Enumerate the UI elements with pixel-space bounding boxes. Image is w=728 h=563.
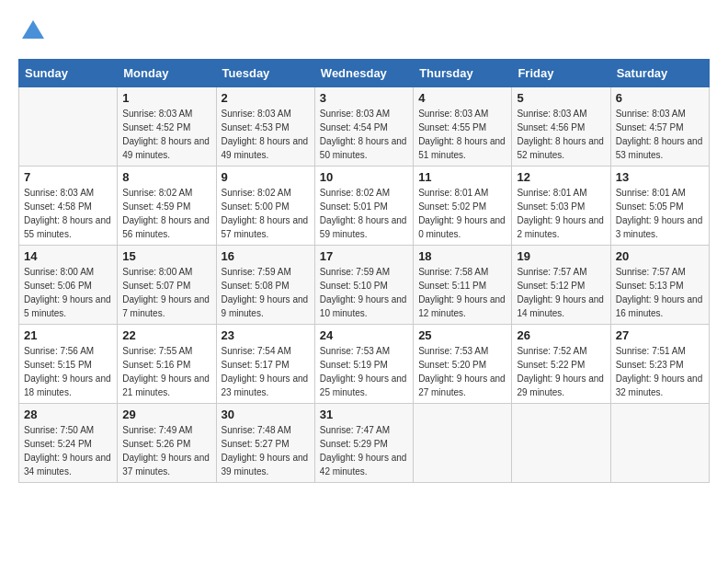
day-number: 12: [517, 170, 605, 184]
day-number: 10: [320, 170, 408, 184]
day-cell: 27Sunrise: 7:51 AMSunset: 5:23 PMDayligh…: [610, 325, 709, 404]
day-number: 23: [222, 328, 310, 342]
day-info: Sunrise: 8:02 AMSunset: 5:01 PMDaylight:…: [320, 186, 408, 241]
day-number: 2: [222, 91, 310, 105]
day-info: Sunrise: 8:03 AMSunset: 4:53 PMDaylight:…: [222, 107, 310, 162]
day-number: 9: [222, 170, 310, 184]
day-cell: 8Sunrise: 8:02 AMSunset: 4:59 PMDaylight…: [118, 167, 216, 246]
page-header: [18, 18, 710, 44]
day-number: 6: [616, 91, 704, 105]
day-cell: 2Sunrise: 8:03 AMSunset: 4:53 PMDaylight…: [216, 87, 314, 167]
day-info: Sunrise: 7:57 AMSunset: 5:13 PMDaylight:…: [616, 265, 704, 320]
day-number: 17: [320, 249, 408, 263]
logo-icon: [20, 18, 46, 44]
day-cell: 22Sunrise: 7:55 AMSunset: 5:16 PMDayligh…: [118, 325, 216, 404]
day-number: 27: [616, 328, 704, 342]
day-info: Sunrise: 7:51 AMSunset: 5:23 PMDaylight:…: [616, 344, 704, 399]
week-row-2: 7Sunrise: 8:03 AMSunset: 4:58 PMDaylight…: [19, 167, 710, 246]
day-cell: 29Sunrise: 7:49 AMSunset: 5:26 PMDayligh…: [118, 404, 216, 483]
weekday-header-wednesday: Wednesday: [314, 60, 413, 87]
day-cell: 25Sunrise: 7:53 AMSunset: 5:20 PMDayligh…: [414, 325, 512, 404]
day-cell: 17Sunrise: 7:59 AMSunset: 5:10 PMDayligh…: [314, 246, 413, 325]
weekday-header-sunday: Sunday: [19, 60, 118, 87]
day-number: 26: [517, 328, 605, 342]
day-cell: 12Sunrise: 8:01 AMSunset: 5:03 PMDayligh…: [512, 167, 610, 246]
day-number: 24: [320, 328, 408, 342]
day-number: 31: [320, 408, 408, 421]
day-number: 21: [24, 328, 112, 342]
day-cell: 11Sunrise: 8:01 AMSunset: 5:02 PMDayligh…: [414, 167, 512, 246]
day-number: 8: [122, 170, 210, 184]
day-info: Sunrise: 7:58 AMSunset: 5:11 PMDaylight:…: [418, 265, 506, 320]
day-info: Sunrise: 7:54 AMSunset: 5:17 PMDaylight:…: [222, 344, 310, 399]
day-info: Sunrise: 7:49 AMSunset: 5:26 PMDaylight:…: [122, 423, 210, 478]
day-info: Sunrise: 8:03 AMSunset: 4:58 PMDaylight:…: [24, 186, 112, 241]
day-number: 30: [222, 408, 310, 421]
week-row-3: 14Sunrise: 8:00 AMSunset: 5:06 PMDayligh…: [19, 246, 710, 325]
day-cell: [414, 404, 512, 483]
day-cell: 30Sunrise: 7:48 AMSunset: 5:27 PMDayligh…: [216, 404, 314, 483]
day-cell: 20Sunrise: 7:57 AMSunset: 5:13 PMDayligh…: [610, 246, 709, 325]
day-cell: 28Sunrise: 7:50 AMSunset: 5:24 PMDayligh…: [19, 404, 118, 483]
day-cell: [19, 87, 118, 167]
day-number: 25: [418, 328, 506, 342]
day-number: 29: [122, 408, 210, 421]
day-info: Sunrise: 7:53 AMSunset: 5:19 PMDaylight:…: [320, 344, 408, 399]
day-number: 3: [320, 91, 408, 105]
day-info: Sunrise: 8:02 AMSunset: 5:00 PMDaylight:…: [222, 186, 310, 241]
day-number: 16: [222, 249, 310, 263]
day-number: 4: [418, 91, 506, 105]
weekday-header-thursday: Thursday: [414, 60, 512, 87]
day-cell: 4Sunrise: 8:03 AMSunset: 4:55 PMDaylight…: [414, 87, 512, 167]
day-info: Sunrise: 8:02 AMSunset: 4:59 PMDaylight:…: [122, 186, 210, 241]
day-info: Sunrise: 8:03 AMSunset: 4:55 PMDaylight:…: [418, 107, 506, 162]
weekday-header-tuesday: Tuesday: [216, 60, 314, 87]
day-cell: 10Sunrise: 8:02 AMSunset: 5:01 PMDayligh…: [314, 167, 413, 246]
day-number: 15: [122, 249, 210, 263]
day-info: Sunrise: 8:03 AMSunset: 4:52 PMDaylight:…: [122, 107, 210, 162]
day-info: Sunrise: 7:53 AMSunset: 5:20 PMDaylight:…: [418, 344, 506, 399]
day-cell: 13Sunrise: 8:01 AMSunset: 5:05 PMDayligh…: [610, 167, 709, 246]
day-number: 14: [24, 249, 112, 263]
day-number: 11: [418, 170, 506, 184]
weekday-header-row: SundayMondayTuesdayWednesdayThursdayFrid…: [19, 60, 710, 87]
day-cell: 6Sunrise: 8:03 AMSunset: 4:57 PMDaylight…: [610, 87, 709, 167]
week-row-5: 28Sunrise: 7:50 AMSunset: 5:24 PMDayligh…: [19, 404, 710, 483]
day-info: Sunrise: 7:56 AMSunset: 5:15 PMDaylight:…: [24, 344, 112, 399]
day-info: Sunrise: 7:48 AMSunset: 5:27 PMDaylight:…: [222, 423, 310, 478]
day-info: Sunrise: 8:00 AMSunset: 5:06 PMDaylight:…: [24, 265, 112, 320]
day-cell: 5Sunrise: 8:03 AMSunset: 4:56 PMDaylight…: [512, 87, 610, 167]
day-number: 22: [122, 328, 210, 342]
day-info: Sunrise: 8:01 AMSunset: 5:05 PMDaylight:…: [616, 186, 704, 241]
day-info: Sunrise: 8:03 AMSunset: 4:57 PMDaylight:…: [616, 107, 704, 162]
day-cell: 3Sunrise: 8:03 AMSunset: 4:54 PMDaylight…: [314, 87, 413, 167]
day-number: 19: [517, 249, 605, 263]
day-info: Sunrise: 8:01 AMSunset: 5:03 PMDaylight:…: [517, 186, 605, 241]
day-cell: 31Sunrise: 7:47 AMSunset: 5:29 PMDayligh…: [314, 404, 413, 483]
day-cell: 19Sunrise: 7:57 AMSunset: 5:12 PMDayligh…: [512, 246, 610, 325]
day-info: Sunrise: 7:47 AMSunset: 5:29 PMDaylight:…: [320, 423, 408, 478]
day-number: 13: [616, 170, 704, 184]
day-number: 7: [24, 170, 112, 184]
day-cell: [610, 404, 709, 483]
day-cell: 23Sunrise: 7:54 AMSunset: 5:17 PMDayligh…: [216, 325, 314, 404]
day-cell: 18Sunrise: 7:58 AMSunset: 5:11 PMDayligh…: [414, 246, 512, 325]
day-info: Sunrise: 8:00 AMSunset: 5:07 PMDaylight:…: [122, 265, 210, 320]
day-cell: 26Sunrise: 7:52 AMSunset: 5:22 PMDayligh…: [512, 325, 610, 404]
day-cell: [512, 404, 610, 483]
day-number: 1: [122, 91, 210, 105]
day-info: Sunrise: 7:57 AMSunset: 5:12 PMDaylight:…: [517, 265, 605, 320]
day-info: Sunrise: 7:52 AMSunset: 5:22 PMDaylight:…: [517, 344, 605, 399]
day-cell: 15Sunrise: 8:00 AMSunset: 5:07 PMDayligh…: [118, 246, 216, 325]
weekday-header-friday: Friday: [512, 60, 610, 87]
logo: [18, 18, 46, 44]
day-cell: 21Sunrise: 7:56 AMSunset: 5:15 PMDayligh…: [19, 325, 118, 404]
day-cell: 16Sunrise: 7:59 AMSunset: 5:08 PMDayligh…: [216, 246, 314, 325]
day-info: Sunrise: 8:03 AMSunset: 4:56 PMDaylight:…: [517, 107, 605, 162]
day-cell: 9Sunrise: 8:02 AMSunset: 5:00 PMDaylight…: [216, 167, 314, 246]
day-info: Sunrise: 7:59 AMSunset: 5:08 PMDaylight:…: [222, 265, 310, 320]
day-number: 5: [517, 91, 605, 105]
day-info: Sunrise: 7:59 AMSunset: 5:10 PMDaylight:…: [320, 265, 408, 320]
day-number: 28: [24, 408, 112, 421]
day-info: Sunrise: 8:03 AMSunset: 4:54 PMDaylight:…: [320, 107, 408, 162]
